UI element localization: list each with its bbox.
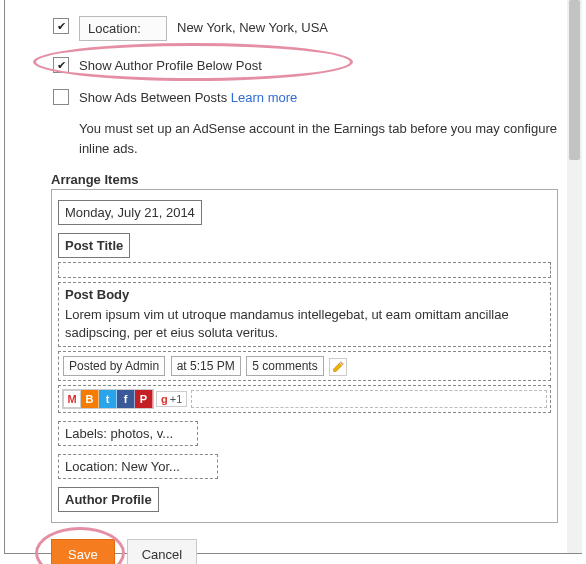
post-body-text: Lorem ipsum vim ut utroque mandamus inte… bbox=[65, 306, 544, 342]
spacer-box[interactable] bbox=[58, 262, 551, 278]
post-time-pill[interactable]: at 5:15 PM bbox=[171, 356, 241, 376]
cancel-button[interactable]: Cancel bbox=[127, 539, 197, 564]
post-meta-row[interactable]: Posted by Admin at 5:15 PM 5 comments bbox=[58, 351, 551, 381]
labels-box[interactable]: Labels: photos, v... bbox=[58, 421, 198, 446]
checkbox-author-profile[interactable]: ✔ bbox=[53, 57, 69, 73]
option-ads: ✔ Show Ads Between Posts Learn more bbox=[53, 87, 558, 105]
location-value: New York, New York, USA bbox=[177, 16, 328, 35]
google-plus-button[interactable]: g+1 bbox=[156, 391, 187, 407]
post-body-label: Post Body bbox=[65, 287, 544, 302]
option-location: ✔ Location: New York, New York, USA bbox=[53, 16, 558, 41]
checkbox-ads[interactable]: ✔ bbox=[53, 89, 69, 105]
post-title-box[interactable]: Post Title bbox=[58, 233, 130, 258]
ads-help-text: You must set up an AdSense account in th… bbox=[79, 119, 558, 158]
save-button[interactable]: Save bbox=[51, 539, 115, 564]
location-box[interactable]: Location: New Yor... bbox=[58, 454, 218, 479]
author-profile-box[interactable]: Author Profile bbox=[58, 487, 159, 512]
option-author-profile: ✔ Show Author Profile Below Post bbox=[53, 55, 558, 73]
edit-icon[interactable] bbox=[329, 358, 347, 376]
posted-by-pill[interactable]: Posted by Admin bbox=[63, 356, 165, 376]
comments-pill[interactable]: 5 comments bbox=[246, 356, 323, 376]
checkbox-location[interactable]: ✔ bbox=[53, 18, 69, 34]
location-label-box: Location: bbox=[79, 16, 167, 41]
arrange-container: Monday, July 21, 2014 Post Title Post Bo… bbox=[51, 189, 558, 523]
action-buttons: Save Cancel bbox=[51, 539, 558, 564]
arrange-title: Arrange Items bbox=[51, 172, 558, 187]
ads-label: Show Ads Between Posts bbox=[79, 90, 227, 105]
settings-panel: ✔ Location: New York, New York, USA ✔ Sh… bbox=[4, 0, 582, 554]
scrollbar-track[interactable] bbox=[567, 0, 582, 553]
post-body-box[interactable]: Post Body Lorem ipsum vim ut utroque man… bbox=[58, 282, 551, 347]
date-box[interactable]: Monday, July 21, 2014 bbox=[58, 200, 202, 225]
ads-learn-more-link[interactable]: Learn more bbox=[231, 90, 297, 105]
pinterest-icon[interactable]: P bbox=[135, 390, 153, 408]
twitter-icon[interactable]: t bbox=[99, 390, 117, 408]
share-row[interactable]: M B t f P g+1 bbox=[58, 385, 551, 413]
mail-icon[interactable]: M bbox=[63, 390, 81, 408]
share-spacer bbox=[191, 390, 547, 408]
author-profile-label: Show Author Profile Below Post bbox=[79, 55, 262, 73]
scrollbar-thumb[interactable] bbox=[569, 0, 580, 160]
share-icons: M B t f P bbox=[62, 389, 154, 409]
facebook-icon[interactable]: f bbox=[117, 390, 135, 408]
blogger-icon[interactable]: B bbox=[81, 390, 99, 408]
